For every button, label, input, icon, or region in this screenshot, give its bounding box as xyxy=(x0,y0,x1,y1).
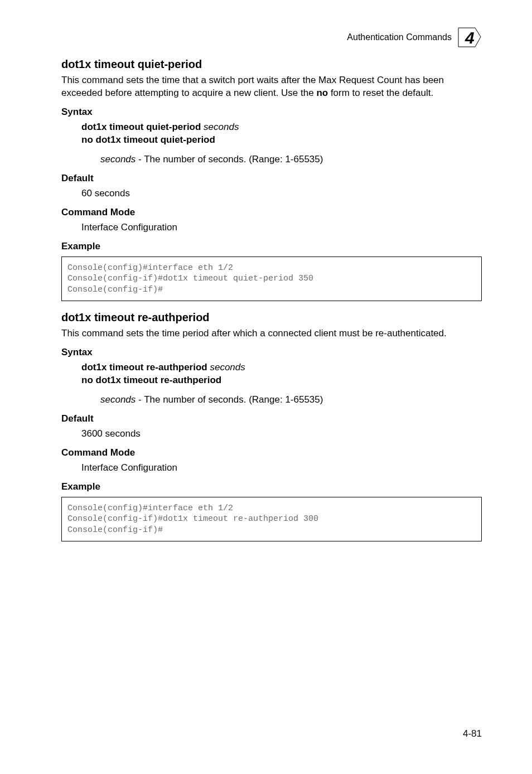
section-title-quiet-period: dot1x timeout quiet-period xyxy=(61,58,482,71)
default-label-2: Default xyxy=(61,413,482,424)
page-number: 4-81 xyxy=(463,728,482,739)
syntax-label-1: Syntax xyxy=(61,107,482,118)
section1-desc-part2: form to reset the default. xyxy=(328,88,433,98)
syntax1-param: seconds - The number of seconds. (Range:… xyxy=(100,153,482,166)
default-value-2: 3600 seconds xyxy=(81,428,482,441)
section2-description: This command sets the time period after … xyxy=(61,327,482,340)
default-value-1: 60 seconds xyxy=(81,187,482,200)
syntax-line1-2: dot1x timeout re-authperiod seconds no d… xyxy=(81,361,482,387)
syntax2-no: no dot1x timeout re-authperiod xyxy=(81,375,221,385)
mode-label-2: Command Mode xyxy=(61,447,482,458)
syntax1-no: no dot1x timeout quiet-period xyxy=(81,134,215,145)
example-label-2: Example xyxy=(61,481,482,492)
mode-value-2: Interface Configuration xyxy=(81,462,482,475)
page-header: Authentication Commands 4 xyxy=(61,27,482,48)
example-code-2: Console(config)#interface eth 1/2 Consol… xyxy=(61,497,482,542)
syntax2-param-name: seconds xyxy=(100,394,136,405)
syntax1-cmd: dot1x timeout quiet-period xyxy=(81,122,201,132)
mode-value-1: Interface Configuration xyxy=(81,221,482,234)
syntax2-arg: seconds xyxy=(207,362,245,373)
section1-description: This command sets the time that a switch… xyxy=(61,74,482,100)
syntax1-param-name: seconds xyxy=(100,154,136,165)
mode-label-1: Command Mode xyxy=(61,207,482,218)
syntax-line1-1: dot1x timeout quiet-period seconds no do… xyxy=(81,121,482,147)
svg-text:4: 4 xyxy=(465,28,475,47)
section1-desc-no: no xyxy=(316,88,328,98)
chapter-number-icon: 4 xyxy=(457,27,482,48)
syntax1-arg: seconds xyxy=(201,122,239,132)
default-label-1: Default xyxy=(61,173,482,184)
syntax2-param: seconds - The number of seconds. (Range:… xyxy=(100,394,482,407)
syntax-label-2: Syntax xyxy=(61,347,482,358)
section-title-reauth: dot1x timeout re-authperiod xyxy=(61,311,482,324)
header-breadcrumb: Authentication Commands xyxy=(347,32,452,42)
example-code-1: Console(config)#interface eth 1/2 Consol… xyxy=(61,257,482,302)
syntax2-param-rest: - The number of seconds. (Range: 1-65535… xyxy=(136,394,323,405)
syntax1-param-rest: - The number of seconds. (Range: 1-65535… xyxy=(136,154,323,165)
example-label-1: Example xyxy=(61,241,482,252)
syntax2-cmd: dot1x timeout re-authperiod xyxy=(81,362,207,373)
